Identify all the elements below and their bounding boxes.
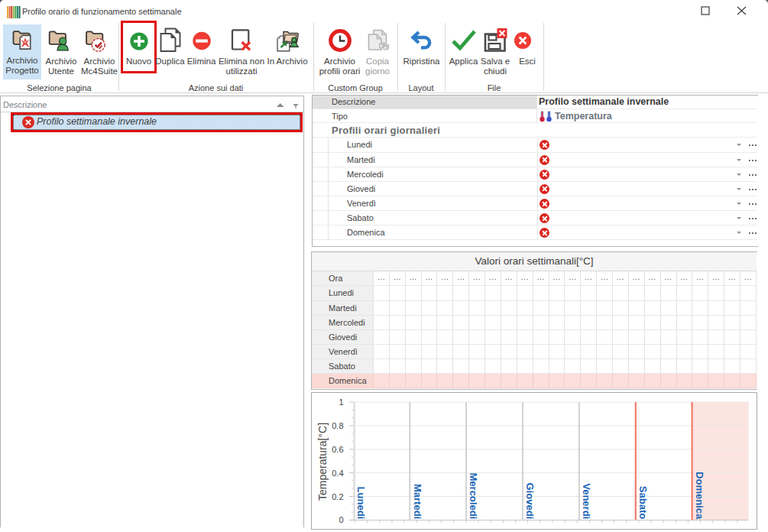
- svg-text:0.4: 0.4: [332, 469, 343, 478]
- svg-text:Venerdì: Venerdì: [581, 483, 592, 519]
- svg-text:Martedi: Martedi: [412, 484, 423, 519]
- svg-text:0.8: 0.8: [332, 421, 343, 430]
- svg-text:0.2: 0.2: [332, 492, 343, 501]
- svg-text:1: 1: [339, 397, 343, 407]
- svg-text:Giovedi: Giovedi: [524, 483, 536, 520]
- svg-text:0.6: 0.6: [332, 445, 343, 454]
- svg-text:Temperatura[°C]: Temperatura[°C]: [316, 423, 329, 501]
- svg-text:Lunedi: Lunedi: [355, 487, 367, 520]
- svg-text:Mercoledi: Mercoledi: [468, 473, 479, 520]
- svg-text:0: 0: [339, 515, 343, 524]
- svg-text:Sabato: Sabato: [637, 486, 649, 519]
- svg-text:Domenica: Domenica: [694, 472, 705, 520]
